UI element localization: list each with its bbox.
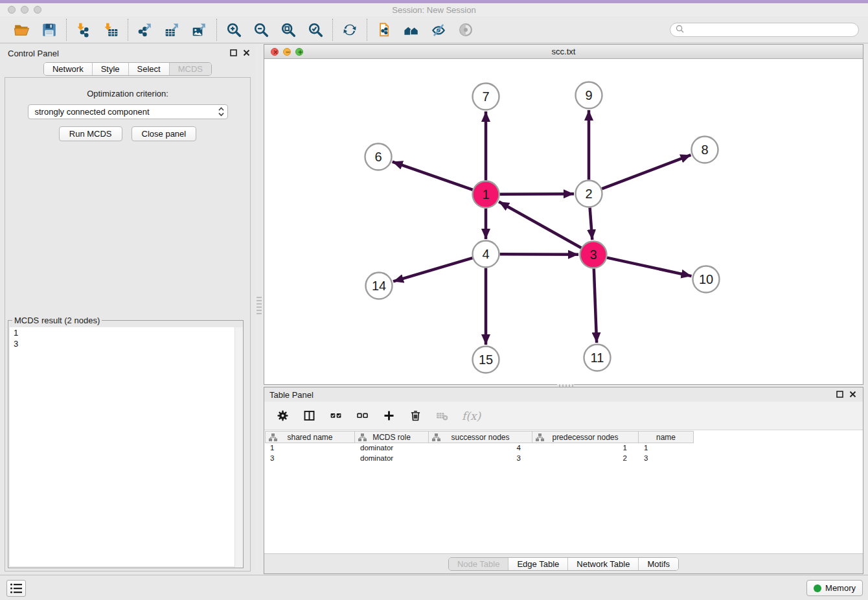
result-item[interactable]: 1 bbox=[10, 327, 242, 338]
table-cell[interactable]: 2 bbox=[532, 454, 639, 464]
column-type-icon bbox=[269, 433, 277, 443]
table-cell[interactable]: dominator bbox=[355, 454, 429, 464]
tab-motifs[interactable]: Motifs bbox=[638, 558, 678, 570]
tab-select[interactable]: Select bbox=[128, 63, 169, 75]
column-type-icon bbox=[358, 433, 367, 443]
toolbar-group bbox=[333, 19, 367, 40]
export-table-button[interactable] bbox=[162, 19, 183, 40]
import-network-icon bbox=[75, 21, 92, 38]
clone-network-icon bbox=[376, 21, 393, 38]
graph-node-label-11: 11 bbox=[591, 351, 604, 365]
show-column-button[interactable] bbox=[303, 409, 316, 422]
close-table-panel-button[interactable] bbox=[849, 391, 856, 398]
titlebar: Session: New Session bbox=[0, 3, 868, 16]
table-cell[interactable]: 3 bbox=[639, 454, 694, 464]
column-header-MCDS-role[interactable]: MCDS role bbox=[355, 431, 429, 443]
close-mcds-panel-button[interactable]: Close panel bbox=[131, 126, 197, 141]
graph-edge-4-3[interactable] bbox=[499, 254, 578, 255]
tab-style[interactable]: Style bbox=[92, 63, 128, 75]
network-graph: 7968124314101511 bbox=[264, 59, 863, 384]
mcds-result-box: MCDS result (2 nodes) 13 bbox=[8, 320, 244, 568]
float-table-panel-button[interactable] bbox=[836, 391, 843, 398]
import-table-button[interactable] bbox=[100, 19, 121, 40]
column-header-shared-name[interactable]: shared name bbox=[265, 431, 355, 443]
export-network-icon bbox=[137, 21, 154, 38]
network-canvas[interactable]: 7968124314101511 bbox=[264, 59, 863, 384]
graph-node-label-8: 8 bbox=[701, 143, 708, 157]
graph-edge-3-11[interactable] bbox=[594, 268, 597, 343]
hide-panel-button[interactable] bbox=[428, 19, 449, 40]
vertical-splitter[interactable] bbox=[257, 295, 262, 314]
clone-network-button[interactable] bbox=[374, 19, 394, 40]
float-panel-button[interactable] bbox=[230, 49, 237, 56]
status-bar: Memory bbox=[0, 575, 868, 600]
table-cell[interactable]: dominator bbox=[355, 443, 429, 454]
export-image-button[interactable] bbox=[189, 19, 210, 40]
graph-edge-2-3[interactable] bbox=[590, 207, 593, 240]
first-neighbors-button[interactable] bbox=[401, 19, 422, 40]
select-all-columns-button[interactable] bbox=[329, 409, 343, 422]
table-cell[interactable]: 1 bbox=[265, 443, 355, 454]
optimization-criterion-label: Optimization criterion: bbox=[5, 89, 250, 98]
tab-mcds[interactable]: MCDS bbox=[169, 63, 211, 75]
column-header-successor-nodes[interactable]: successor nodes bbox=[429, 431, 532, 443]
plus-icon bbox=[382, 409, 396, 422]
optimization-criterion-select[interactable]: strongly connected component bbox=[28, 104, 228, 119]
zoom-fit-button[interactable] bbox=[278, 19, 299, 40]
save-session-button[interactable] bbox=[39, 19, 60, 40]
table-cell[interactable]: 1 bbox=[532, 443, 639, 454]
export-table-icon bbox=[164, 21, 181, 38]
table-cell[interactable]: 4 bbox=[429, 443, 532, 454]
task-history-button[interactable] bbox=[6, 580, 26, 597]
export-network-button[interactable] bbox=[135, 19, 155, 40]
table-cell[interactable]: 1 bbox=[639, 443, 694, 454]
zoom-out-button[interactable] bbox=[251, 19, 271, 40]
zoom-selected-button[interactable] bbox=[305, 19, 326, 40]
tab-network[interactable]: Network bbox=[44, 63, 92, 75]
table-panel-title: Table Panel bbox=[269, 390, 314, 400]
zoom-fit-icon bbox=[280, 21, 297, 38]
control-panel-title: Control Panel bbox=[8, 49, 59, 58]
refresh-button[interactable] bbox=[339, 19, 360, 40]
tab-node-table[interactable]: Node Table bbox=[449, 558, 508, 570]
mcds-result-list[interactable]: 13 bbox=[10, 327, 242, 566]
network-window-title: scc.txt bbox=[264, 47, 863, 56]
memory-button[interactable]: Memory bbox=[806, 580, 863, 596]
control-panel-header: Control Panel bbox=[0, 44, 255, 62]
search-input[interactable] bbox=[687, 24, 858, 36]
column-header-predecessor-nodes[interactable]: predecessor nodes bbox=[532, 431, 639, 443]
search-box[interactable] bbox=[670, 23, 859, 37]
selected-option: strongly connected component bbox=[29, 107, 216, 117]
graph-edge-1-2[interactable] bbox=[499, 194, 574, 194]
table-row[interactable]: 3dominator323 bbox=[265, 454, 862, 464]
tab-network-table[interactable]: Network Table bbox=[567, 558, 638, 570]
graph-edge-4-14[interactable] bbox=[393, 258, 472, 281]
show-graphics-details-button bbox=[455, 19, 476, 40]
import-network-button[interactable] bbox=[73, 19, 94, 40]
graph-edge-3-10[interactable] bbox=[607, 258, 692, 277]
table-settings-button[interactable] bbox=[276, 409, 290, 422]
column-header-name[interactable]: name bbox=[639, 431, 694, 443]
table-row[interactable]: 1dominator411 bbox=[265, 443, 862, 454]
result-scrollbar[interactable] bbox=[234, 327, 243, 568]
graph-edge-2-8[interactable] bbox=[602, 155, 691, 189]
tab-edge-table[interactable]: Edge Table bbox=[508, 558, 567, 570]
select-all-icon bbox=[329, 409, 343, 422]
add-column-button[interactable] bbox=[382, 409, 396, 422]
app-window: Session: New Session Control Panel Netwo… bbox=[0, 0, 868, 600]
delete-table-button bbox=[435, 409, 449, 422]
table-cell[interactable]: 3 bbox=[429, 454, 532, 464]
result-item[interactable]: 3 bbox=[10, 338, 242, 349]
window-title: Session: New Session bbox=[0, 5, 868, 15]
table-cell[interactable]: 3 bbox=[265, 454, 355, 464]
close-panel-button[interactable] bbox=[243, 49, 250, 56]
unselect-all-columns-button[interactable] bbox=[356, 409, 369, 422]
delete-columns-button[interactable] bbox=[409, 409, 422, 422]
open-session-button[interactable] bbox=[12, 19, 32, 40]
export-image-icon bbox=[191, 21, 208, 38]
zoom-in-button[interactable] bbox=[223, 19, 244, 40]
graph-edge-3-1[interactable] bbox=[499, 202, 581, 248]
run-mcds-button[interactable]: Run MCDS bbox=[59, 126, 122, 141]
graph-edge-1-6[interactable] bbox=[393, 162, 473, 190]
graph-node-label-15: 15 bbox=[479, 352, 493, 367]
